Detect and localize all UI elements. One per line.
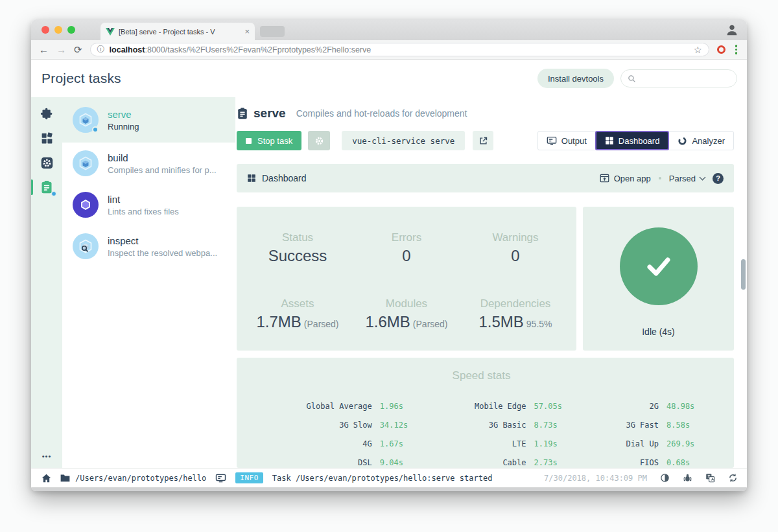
- sidebar-rail: •••: [31, 97, 62, 468]
- dashboard-title: Dashboard: [262, 173, 307, 183]
- speed-entry: LTE1.19s: [421, 439, 576, 448]
- url-path: :8000/tasks/%2FUsers%2Fevan%2Fprototypes…: [145, 45, 371, 54]
- bookmark-star-icon[interactable]: ☆: [694, 45, 702, 55]
- build-stats-card: Status Success Errors 0 Warnings 0 Ass: [237, 207, 576, 351]
- view-tabs: Output Dashboard Analyzer: [537, 131, 734, 150]
- console-icon[interactable]: [215, 474, 226, 483]
- task-name: build: [108, 152, 217, 163]
- dashboard-grid-icon: [605, 136, 614, 145]
- speed-entry: Cable2.73s: [421, 458, 576, 467]
- browser-tabbar: [Beta] serve - Project tasks - V ×: [31, 19, 747, 40]
- help-icon[interactable]: ?: [713, 173, 724, 184]
- sidebar-item-plugins[interactable]: [31, 106, 62, 121]
- vue-logo-icon: [106, 28, 115, 36]
- open-app-button[interactable]: Open app: [600, 174, 651, 183]
- task-list: serve Running build Compiles and minifie…: [62, 97, 235, 468]
- eslint-icon: [73, 192, 99, 218]
- task-view-title: serve: [253, 106, 286, 121]
- url-text: localhost:8000/tasks/%2FUsers%2Fevan%2Fp…: [110, 45, 371, 54]
- close-window-button[interactable]: [41, 26, 49, 34]
- size-mode-dropdown[interactable]: Parsed: [669, 174, 705, 183]
- page-info-icon[interactable]: ⓘ: [97, 44, 105, 55]
- webpack-inspect-icon: [73, 233, 99, 259]
- open-external-button[interactable]: [473, 131, 493, 150]
- task-clipboard-icon: [237, 107, 248, 121]
- url-bar[interactable]: ⓘ localhost:8000/tasks/%2FUsers%2Fevan%2…: [90, 43, 709, 56]
- dark-mode-icon[interactable]: [660, 473, 670, 483]
- sync-icon[interactable]: [728, 473, 738, 483]
- task-name: lint: [108, 194, 179, 205]
- sidebar-more-icon[interactable]: •••: [31, 452, 62, 460]
- tab-title: [Beta] serve - Project tasks - V: [119, 28, 241, 36]
- back-icon[interactable]: ←: [39, 45, 49, 54]
- stat-errors: Errors 0: [352, 231, 461, 265]
- stat-modules: Modules 1.6MB(Parsed): [352, 297, 461, 331]
- project-path[interactable]: /Users/evan/prototypes/hello: [60, 474, 206, 483]
- speed-entry: 3G Slow34.12s: [255, 421, 421, 430]
- search-box[interactable]: [620, 69, 737, 87]
- speed-entry: Mobile Edge57.05s: [421, 402, 576, 411]
- gear-icon: [314, 135, 325, 146]
- page-title: Project tasks: [41, 71, 121, 86]
- home-icon[interactable]: [41, 474, 51, 483]
- idle-label: Idle (4s): [642, 327, 675, 337]
- running-dot: [92, 126, 99, 133]
- task-settings-button[interactable]: [308, 131, 330, 150]
- traffic-lights: [41, 26, 75, 34]
- task-status: Running: [108, 122, 139, 132]
- task-item-inspect[interactable]: inspect Inspect the resolved webpa...: [62, 226, 235, 267]
- sidebar-item-configuration[interactable]: [31, 130, 62, 146]
- tab-analyzer[interactable]: Analyzer: [668, 131, 734, 150]
- speed-stats-card: Speed stats Global Average1.96s Mobile E…: [237, 358, 734, 468]
- browser-menu-icon[interactable]: [733, 45, 740, 54]
- bug-report-icon[interactable]: [683, 473, 692, 483]
- webpack-icon: [73, 150, 99, 176]
- dot-separator-icon: [659, 177, 661, 179]
- success-check-icon: [620, 227, 698, 305]
- sidebar-item-settings[interactable]: [31, 155, 62, 170]
- browser-addressbar: ← → ⟳ ⓘ localhost:8000/tasks/%2FUsers%2F…: [31, 40, 747, 60]
- task-name: inspect: [108, 235, 217, 246]
- widgets-icon: [40, 132, 54, 145]
- zoom-window-button[interactable]: [67, 26, 75, 34]
- tab-output[interactable]: Output: [537, 131, 596, 150]
- forward-icon[interactable]: →: [56, 45, 66, 54]
- folder-icon: [60, 474, 70, 482]
- task-description: Compiles and minifies for p...: [108, 165, 217, 175]
- translate-icon[interactable]: [705, 473, 715, 483]
- minimize-window-button[interactable]: [54, 26, 62, 34]
- search-icon: [628, 75, 636, 83]
- output-console-icon: [547, 136, 557, 145]
- browser-tab[interactable]: [Beta] serve - Project tasks - V ×: [100, 23, 255, 40]
- tab-stub[interactable]: [260, 26, 285, 37]
- speed-entry: 2G48.98s: [576, 402, 708, 411]
- speed-stats-title: Speed stats: [255, 369, 708, 382]
- dashboard-grid-icon: [247, 174, 256, 183]
- extension-icon[interactable]: [717, 45, 725, 54]
- task-status-card: Idle (4s): [583, 207, 734, 351]
- dashboard-toolbar: Dashboard Open app Parsed ?: [237, 164, 734, 192]
- profile-icon[interactable]: [725, 23, 739, 37]
- speed-entry: 3G Fast8.58s: [576, 421, 708, 430]
- log-level-badge: INFO: [235, 472, 263, 483]
- refresh-icon[interactable]: ⟳: [74, 45, 82, 54]
- task-item-serve[interactable]: serve Running: [62, 97, 235, 143]
- speed-entry: 4G1.67s: [255, 439, 421, 448]
- status-timestamp: 7/30/2018, 10:43:09 PM: [544, 474, 647, 483]
- webpack-icon: [73, 107, 99, 133]
- speed-entry: Dial Up269.9s: [576, 439, 708, 448]
- search-input[interactable]: [640, 74, 730, 84]
- sidebar-item-tasks[interactable]: [31, 179, 62, 195]
- speed-entry: DSL9.04s: [255, 458, 421, 467]
- task-item-lint[interactable]: lint Lints and fixes files: [62, 184, 235, 226]
- install-devtools-button[interactable]: Install devtools: [537, 69, 614, 88]
- tab-dashboard[interactable]: Dashboard: [595, 131, 670, 150]
- notification-dot: [51, 191, 56, 196]
- tab-close-icon[interactable]: ×: [244, 27, 250, 36]
- stop-task-button[interactable]: Stop task: [237, 131, 301, 150]
- task-item-build[interactable]: build Compiles and minifies for p...: [62, 143, 235, 184]
- status-bar: /Users/evan/prototypes/hello INFO Task /…: [31, 468, 747, 487]
- task-command: vue-cli-service serve: [342, 131, 465, 150]
- scrollbar-thumb[interactable]: [741, 259, 746, 290]
- analyzer-donut-icon: [678, 136, 687, 146]
